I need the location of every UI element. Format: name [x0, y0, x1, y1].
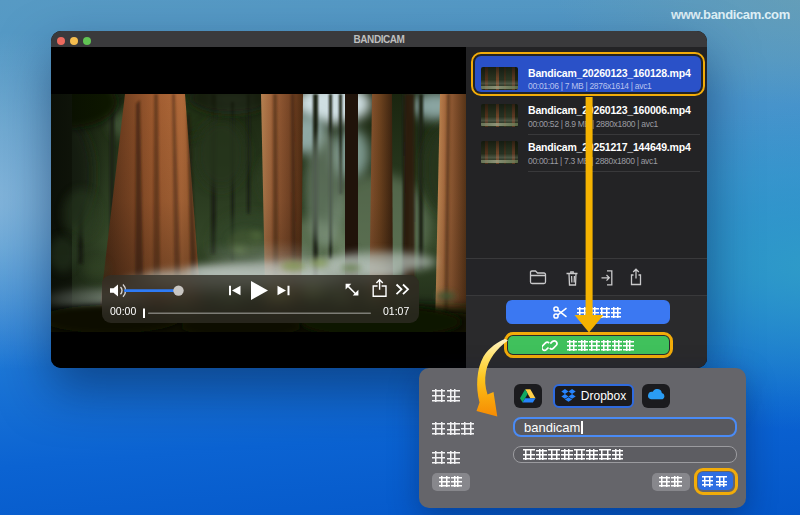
svg-text:01:07: 01:07 — [383, 305, 409, 317]
svg-text:00:00: 00:00 — [110, 305, 136, 317]
